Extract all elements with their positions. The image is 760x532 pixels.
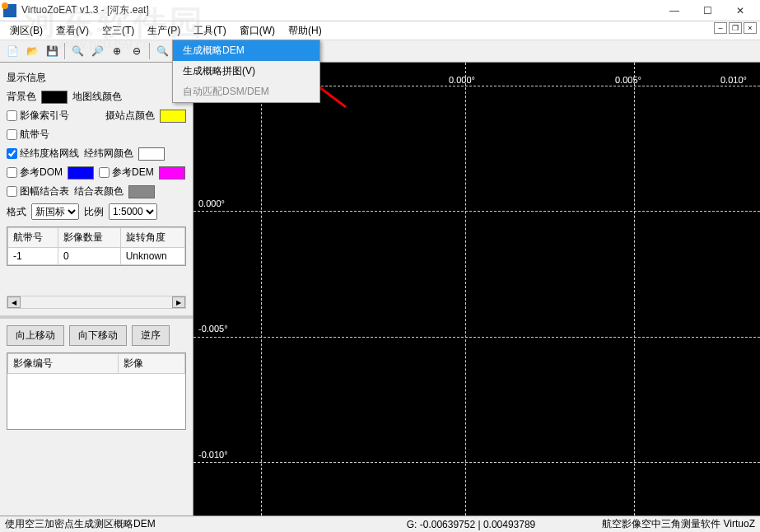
panel-divider	[0, 315, 193, 319]
menu-aerotri[interactable]: 空三(T)	[96, 22, 141, 40]
image-table: 影像编号 影像	[7, 352, 186, 430]
mdi-restore[interactable]: ❐	[729, 22, 742, 34]
y-tick-1: -0.005°	[198, 324, 228, 334]
dropdown-auto-match: 自动匹配DSM/DEM	[173, 82, 319, 102]
dropdown-gen-dem[interactable]: 生成概略DEM	[173, 40, 319, 61]
cell-count: 0	[58, 248, 120, 265]
reverse-button[interactable]: 逆序	[132, 325, 170, 346]
map-viewport[interactable]: 0.000° 0.005° 0.010° 0.000° -0.005° -0.0…	[193, 63, 760, 516]
move-up-button[interactable]: 向上移动	[7, 325, 64, 346]
ref-dom-label: 参考DOM	[20, 166, 63, 180]
image-index-checkbox[interactable]: 影像索引号	[7, 109, 69, 123]
scale-label: 比例	[84, 205, 104, 219]
close-button[interactable]: ✕	[724, 0, 757, 21]
menu-help[interactable]: 帮助(H)	[282, 22, 329, 40]
maximize-button[interactable]: ☐	[691, 0, 724, 21]
statusbar: 使用空三加密点生成测区概略DEM G: -0.00639752 | 0.0049…	[0, 516, 760, 532]
menu-window[interactable]: 窗口(W)	[233, 22, 282, 40]
cell-rot: Unknown	[120, 248, 184, 265]
sidebar: 显示信息 背景色 地图线颜色 影像索引号 摄站点颜色 航带号 经纬度格网线 经纬…	[0, 63, 193, 516]
open-icon[interactable]: 📂	[23, 42, 41, 60]
new-icon[interactable]: 📄	[3, 42, 21, 60]
ref-dem-checkbox[interactable]: 参考DEM	[99, 166, 154, 180]
window-title: VirtuoZoEAT v1.3 - [河东.eat]	[21, 3, 658, 17]
station-color-swatch[interactable]	[160, 110, 186, 123]
sheet-color-label: 结合表颜色	[74, 184, 124, 198]
minimize-button[interactable]: —	[658, 0, 691, 21]
mdi-close[interactable]: ×	[744, 22, 757, 34]
col-image-id: 影像编号	[8, 354, 119, 374]
scroll-left-icon[interactable]: ◀	[7, 296, 21, 308]
bg-color-label: 背景色	[7, 90, 36, 104]
scroll-right-icon[interactable]: ▶	[172, 296, 185, 308]
mdi-minimize[interactable]: –	[714, 22, 727, 34]
save-icon[interactable]: 💾	[43, 42, 61, 60]
gridline-h	[193, 337, 760, 338]
x-tick-1: 0.005°	[615, 75, 641, 85]
format-select[interactable]: 新国标	[31, 203, 79, 220]
sheet-table-label: 图幅结合表	[20, 184, 69, 198]
gridline-v	[261, 63, 262, 516]
menu-block[interactable]: 测区(B)	[3, 22, 49, 40]
gridline-h	[193, 211, 760, 212]
lonlat-grid-checkbox[interactable]: 经纬度格网线	[7, 147, 79, 161]
move-down-button[interactable]: 向下移动	[69, 325, 127, 346]
grid-color-swatch[interactable]	[138, 147, 165, 161]
menu-produce[interactable]: 生产(P)	[141, 22, 187, 40]
status-appname: 航空影像空中三角测量软件 VirtuoZ	[574, 517, 755, 531]
horizontal-scrollbar[interactable]: ◀ ▶	[7, 296, 186, 309]
y-tick-2: -0.010°	[198, 450, 228, 460]
bg-color-swatch[interactable]	[41, 91, 68, 104]
col-strip-no: 航带号	[8, 228, 58, 248]
zoom-out-icon[interactable]: 🔎	[88, 42, 106, 60]
zoom-fit-icon[interactable]: ⊕	[108, 42, 126, 60]
sheet-color-swatch[interactable]	[128, 185, 155, 198]
mdi-controls: – ❐ ×	[714, 22, 757, 34]
col-image: 影像	[118, 354, 184, 374]
x-tick-0: 0.000°	[449, 75, 475, 85]
map-line-color-label: 地图线颜色	[72, 90, 122, 104]
status-coords: G: -0.00639752 | 0.00493789	[368, 519, 574, 530]
station-color-label: 摄站点颜色	[105, 109, 155, 123]
zoom-in-icon[interactable]: 🔍	[68, 42, 86, 60]
dropdown-gen-mosaic[interactable]: 生成概略拼图(V)	[173, 61, 319, 82]
cell-strip: -1	[8, 248, 58, 265]
toolbar: 📄 📂 💾 🔍 🔎 ⊕ ⊖ 🔍	[0, 40, 760, 63]
y-tick-0: 0.000°	[198, 198, 225, 208]
ref-dem-label: 参考DEM	[112, 166, 154, 180]
table-row[interactable]: -1 0 Unknown	[8, 248, 185, 265]
col-image-count: 影像数量	[58, 228, 120, 248]
produce-dropdown: 生成概略DEM 生成概略拼图(V) 自动匹配DSM/DEM	[172, 40, 320, 103]
zoom-sel-icon[interactable]: 🔍	[153, 42, 171, 60]
toolbar-separator	[149, 43, 150, 59]
ref-dom-swatch[interactable]	[68, 166, 94, 180]
status-hint: 使用空三加密点生成测区概略DEM	[5, 517, 368, 531]
ref-dem-swatch[interactable]	[159, 166, 185, 180]
col-rotation: 旋转角度	[120, 228, 184, 248]
gridline-h	[193, 462, 760, 463]
format-label: 格式	[7, 205, 26, 219]
strip-no-checkbox[interactable]: 航带号	[7, 128, 49, 142]
menu-view[interactable]: 查看(V)	[49, 22, 96, 40]
menu-tools[interactable]: 工具(T)	[187, 22, 232, 40]
gridline-v	[465, 63, 466, 516]
strip-no-label: 航带号	[20, 128, 49, 142]
scale-select[interactable]: 1:5000	[109, 203, 157, 220]
lonlat-grid-label: 经纬度格网线	[20, 147, 79, 161]
display-info-header: 显示信息	[7, 71, 186, 85]
x-tick-2: 0.010°	[720, 75, 747, 85]
zoom-actual-icon[interactable]: ⊖	[128, 42, 146, 60]
main-area: 显示信息 背景色 地图线颜色 影像索引号 摄站点颜色 航带号 经纬度格网线 经纬…	[0, 63, 760, 516]
gridline-v	[634, 63, 635, 516]
ref-dom-checkbox[interactable]: 参考DOM	[7, 166, 63, 180]
sheet-table-checkbox[interactable]: 图幅结合表	[7, 184, 69, 198]
titlebar: VirtuoZoEAT v1.3 - [河东.eat] — ☐ ✕	[0, 0, 760, 21]
grid-color-label: 经纬网颜色	[84, 147, 133, 161]
image-index-label: 影像索引号	[20, 109, 69, 123]
menubar: 测区(B) 查看(V) 空三(T) 生产(P) 工具(T) 窗口(W) 帮助(H…	[0, 21, 760, 40]
strip-table: 航带号 影像数量 旋转角度 -1 0 Unknown	[7, 226, 186, 266]
app-icon	[3, 4, 16, 17]
toolbar-separator	[64, 43, 65, 59]
